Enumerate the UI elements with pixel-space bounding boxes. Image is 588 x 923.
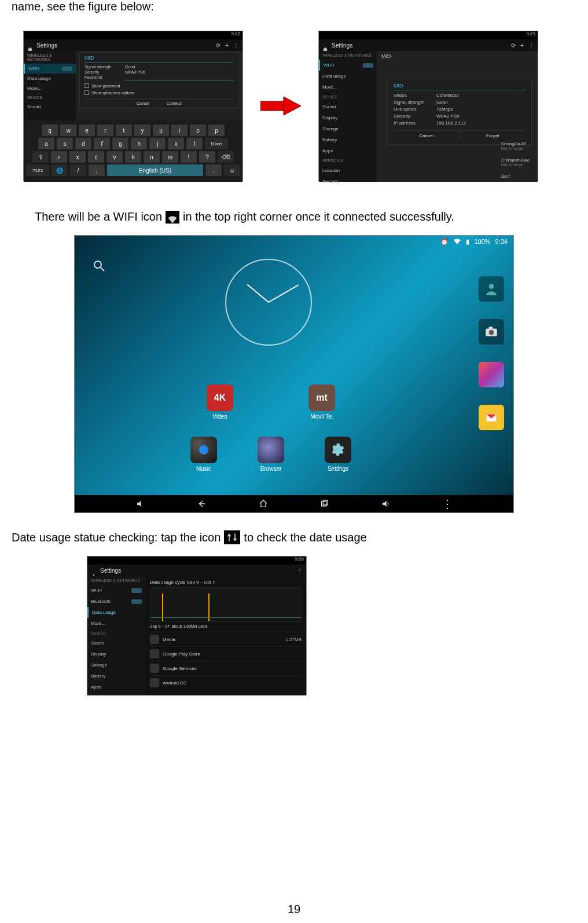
- keyboard-key[interactable]: ,: [89, 164, 105, 176]
- search-icon[interactable]: [92, 259, 106, 273]
- data-app-row[interactable]: Android OS: [150, 675, 302, 690]
- sidebar-item-sound[interactable]: Sound: [87, 638, 145, 649]
- keyboard-key[interactable]: c: [88, 151, 104, 163]
- keyboard-key[interactable]: ?123: [26, 164, 49, 176]
- keyboard-key[interactable]: !: [181, 151, 197, 163]
- data-cycle-label[interactable]: Data usage cycle Sep 9 – Oct 7: [150, 580, 302, 585]
- dock-icon-mail[interactable]: [479, 405, 504, 430]
- sidebar-item-more[interactable]: More...: [87, 618, 145, 629]
- keyboard-key[interactable]: p: [208, 124, 225, 136]
- overflow-menu-icon[interactable]: ⋮: [297, 567, 303, 574]
- keyboard-key[interactable]: b: [125, 151, 141, 163]
- keyboard-key[interactable]: a: [38, 138, 54, 149]
- keyboard-key[interactable]: v: [106, 151, 123, 163]
- keyboard-key[interactable]: u: [153, 124, 169, 136]
- data-app-row[interactable]: Google Play Store: [150, 646, 302, 661]
- keyboard-key[interactable]: y: [134, 124, 150, 136]
- keyboard-key[interactable]: .: [205, 164, 222, 176]
- show-advanced-checkbox[interactable]: Show advanced options: [84, 90, 234, 95]
- data-app-row[interactable]: Media1.27MB: [150, 632, 302, 646]
- app-music[interactable]: Music: [190, 437, 217, 472]
- keyboard-key[interactable]: 🌐: [52, 164, 68, 176]
- keyboard-key[interactable]: /: [70, 164, 86, 176]
- keyboard-key[interactable]: z: [51, 151, 67, 163]
- network-item[interactable]: GET: [497, 170, 534, 182]
- keyboard-key[interactable]: w: [60, 124, 76, 136]
- sidebar-item-battery[interactable]: Battery: [319, 134, 377, 145]
- keyboard-key[interactable]: ⌫: [218, 151, 234, 163]
- overflow-menu-icon[interactable]: ⋮: [233, 42, 239, 49]
- keyboard-key[interactable]: j: [149, 138, 166, 149]
- sidebar-item-more[interactable]: More...: [319, 82, 377, 93]
- sidebar-item-data-usage[interactable]: Data usage: [24, 74, 76, 83]
- sidebar-item-security[interactable]: Security: [319, 176, 377, 187]
- sidebar-item-battery[interactable]: Battery: [87, 671, 145, 682]
- keyboard-key[interactable]: o: [190, 124, 206, 136]
- sidebar-item-data-usage[interactable]: Data usage: [319, 71, 377, 82]
- sidebar-item-display[interactable]: Display: [87, 649, 145, 660]
- overflow-menu-icon[interactable]: ⋮: [528, 42, 534, 49]
- app-video[interactable]: 4K Video: [207, 384, 233, 420]
- nav-back-icon[interactable]: [197, 499, 207, 508]
- network-row[interactable]: MID: [377, 51, 538, 61]
- sidebar-item-wifi[interactable]: Wi-Fi: [319, 60, 377, 71]
- add-network-icon[interactable]: +: [225, 42, 229, 49]
- keyboard-key[interactable]: m: [162, 151, 178, 163]
- password-input[interactable]: [125, 75, 234, 81]
- app-settings[interactable]: Settings: [325, 437, 351, 472]
- clock-widget[interactable]: [225, 259, 312, 346]
- keyboard-key[interactable]: t: [116, 124, 132, 136]
- add-network-icon[interactable]: +: [520, 42, 524, 49]
- dock-icon-camera[interactable]: [479, 319, 504, 345]
- sidebar-item-display[interactable]: Display: [319, 112, 377, 123]
- keyboard-key[interactable]: ☺: [224, 164, 240, 176]
- nav-menu-icon[interactable]: ⋮: [443, 499, 452, 508]
- keyboard-key[interactable]: l: [186, 138, 203, 149]
- keyboard-key[interactable]: r: [97, 124, 113, 136]
- dock-icon-contacts[interactable]: [479, 276, 504, 302]
- cancel-button[interactable]: Cancel: [137, 101, 149, 105]
- wifi-switch[interactable]: [62, 67, 72, 71]
- sidebar-item-wifi[interactable]: Wi-Fi: [87, 585, 145, 596]
- bt-switch[interactable]: [131, 599, 142, 604]
- sidebar-item-apps[interactable]: Apps: [319, 145, 377, 156]
- sidebar-item-wifi[interactable]: Wi-Fi: [24, 64, 76, 74]
- keyboard-key[interactable]: i: [171, 124, 188, 136]
- app-browser[interactable]: Browser: [258, 437, 284, 472]
- keyboard-key[interactable]: x: [69, 151, 86, 163]
- keyboard-key[interactable]: ?: [199, 151, 215, 163]
- app-movil-te[interactable]: mt Movil Te.: [308, 384, 335, 420]
- nav-home-icon[interactable]: [259, 499, 268, 508]
- nav-recent-icon[interactable]: [320, 499, 329, 508]
- sidebar-item-sound[interactable]: Sound: [319, 101, 377, 112]
- sidebar-item-sound[interactable]: Sound: [24, 102, 76, 112]
- keyboard-key[interactable]: h: [131, 138, 147, 149]
- sidebar-item-location[interactable]: Location: [319, 165, 377, 176]
- keyboard-key[interactable]: English (US): [107, 164, 203, 176]
- wifi-scan-icon[interactable]: ⟳: [511, 42, 516, 49]
- keyboard-key[interactable]: n: [144, 151, 160, 163]
- sidebar-item-more[interactable]: More...: [24, 83, 76, 93]
- keyboard-key[interactable]: Done: [205, 138, 228, 149]
- keyboard-key[interactable]: d: [75, 138, 91, 149]
- data-usage-chart[interactable]: [150, 587, 302, 622]
- data-app-row[interactable]: Google Services: [150, 661, 302, 675]
- nav-volume-up-icon[interactable]: [381, 499, 391, 508]
- keyboard-key[interactable]: q: [42, 124, 58, 136]
- keyboard-key[interactable]: k: [168, 138, 184, 149]
- keyboard-key[interactable]: s: [57, 138, 73, 149]
- sidebar-item-data-usage[interactable]: Data usage: [87, 607, 145, 618]
- cancel-button[interactable]: Cancel: [394, 131, 460, 141]
- connect-button[interactable]: Connect: [167, 101, 182, 105]
- sidebar-item-storage[interactable]: Storage: [319, 123, 377, 134]
- soft-keyboard[interactable]: qwertyuiop asdfghjklDone ⇧zxcvbnm!?⌫ ?12…: [24, 120, 242, 182]
- nav-volume-icon[interactable]: [136, 499, 145, 508]
- keyboard-key[interactable]: f: [94, 138, 110, 149]
- sidebar-item-apps[interactable]: Apps: [87, 682, 145, 693]
- show-password-checkbox[interactable]: Show password: [84, 83, 234, 88]
- network-item[interactable]: ShengDaJiENot in range: [497, 138, 534, 154]
- keyboard-key[interactable]: ⇧: [32, 151, 49, 163]
- sidebar-item-bluetooth[interactable]: Bluetooth: [87, 596, 145, 607]
- wifi-scan-icon[interactable]: ⟳: [216, 42, 220, 49]
- wifi-switch[interactable]: [363, 63, 373, 68]
